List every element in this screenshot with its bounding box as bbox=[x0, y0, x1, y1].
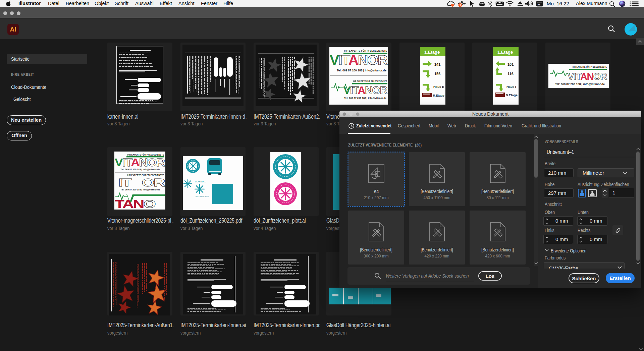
svg-text:GLASDÖLL: GLASDÖLL bbox=[195, 181, 206, 183]
svg-text:IHR EXPERTE FÜR PFLEGEDIENSTE: IHR EXPERTE FÜR PFLEGEDIENSTE bbox=[573, 65, 607, 68]
svg-text:1.Etage: 1.Etage bbox=[497, 50, 513, 55]
svg-text:VITANOR: VITANOR bbox=[330, 53, 388, 67]
svg-text:MEISTERBETRIEB: MEISTERBETRIEB bbox=[196, 196, 209, 197]
svg-text:VITANOR: VITANOR bbox=[343, 84, 387, 96]
svg-text:Haus E: Haus E bbox=[433, 85, 444, 89]
svg-text:141: 141 bbox=[434, 62, 440, 66]
svg-text:101: 101 bbox=[507, 62, 514, 66]
svg-text:Tel: 069 87 200 188 | Info@vit: Tel: 069 87 200 188 | Info@vitanor.de bbox=[337, 68, 386, 72]
svg-text:IT OR: IT OR bbox=[115, 176, 165, 189]
svg-text:156: 156 bbox=[434, 72, 440, 76]
svg-text:Tel: 069 87 200 188 | info@vit: Tel: 069 87 200 188 | info@vitanor.de bbox=[120, 188, 160, 191]
svg-text:IHR EXPERTE FÜR PFLEGEDIENSTE: IHR EXPERTE FÜR PFLEGEDIENSTE bbox=[353, 80, 387, 82]
svg-text:116: 116 bbox=[507, 72, 514, 76]
svg-text:5.Etage: 5.Etage bbox=[433, 94, 444, 97]
svg-text:96: 96 bbox=[537, 3, 540, 6]
svg-text:Tel: 069 87 200 188 | info@vit: Tel: 069 87 200 188 | info@vitanor.de bbox=[344, 97, 386, 100]
svg-text:3: 3 bbox=[460, 4, 461, 7]
svg-text:Tel: 069 87 200 188 | info@vit: Tel: 069 87 200 188 | info@vitanor.de bbox=[555, 82, 605, 86]
svg-text:TANO: TANO bbox=[115, 198, 156, 210]
svg-text:VITANOR: VITANOR bbox=[115, 156, 165, 169]
svg-text:VITANOR: VITANOR bbox=[568, 71, 607, 82]
svg-text:IHR EXPERTE FÜR PFLEGEDIENSTE: IHR EXPERTE FÜR PFLEGEDIENSTE bbox=[344, 49, 387, 52]
svg-text:IHR EXPERTE FÜR PFLEGEDIENSTE: IHR EXPERTE FÜR PFLEGEDIENSTE bbox=[127, 174, 164, 176]
svg-text:1.Etage: 1.Etage bbox=[424, 50, 440, 55]
svg-text:IHR EXPERTE FÜR PFLEGEDIENSTE: IHR EXPERTE FÜR PFLEGEDIENSTE bbox=[127, 153, 164, 156]
svg-text:Tel: 069 87 200 188 | info@vit: Tel: 069 87 200 188 | info@vitanor.de bbox=[120, 168, 160, 171]
svg-text:Haus F: Haus F bbox=[506, 85, 517, 89]
svg-text:5.Etage: 5.Etage bbox=[506, 93, 518, 97]
